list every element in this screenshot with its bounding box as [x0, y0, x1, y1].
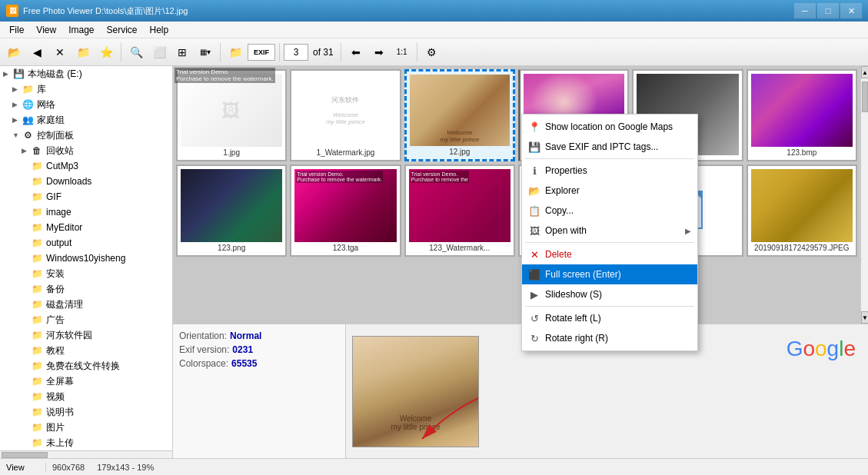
thumb-image: 河东软件 Welcomemy little prince [294, 74, 396, 147]
scroll-down-arrow[interactable]: ▼ [861, 311, 868, 324]
sidebar-item-video[interactable]: 📁 视频 [0, 389, 172, 404]
sidebar-item-cutmp3[interactable]: 📁 CutMp3 [0, 158, 172, 174]
tb-open-button[interactable]: 📂 [3, 42, 25, 63]
sidebar-item-tutorial[interactable]: 📁 教程 [0, 343, 172, 358]
sidebar-item-converter[interactable]: 📁 免费在线文件转换 [0, 358, 172, 374]
sidebar-item-backup[interactable]: 📁 备份 [0, 281, 172, 297]
tb-grid2-button[interactable]: ▦▾ [195, 42, 216, 63]
ctx-open-with[interactable]: 🖼 Open with ▶ [522, 221, 697, 241]
submenu-arrow-icon: ▶ [685, 227, 691, 235]
menu-view[interactable]: View [30, 23, 62, 37]
menu-file[interactable]: File [3, 23, 30, 37]
google-maps-logo: Google [787, 337, 856, 361]
sidebar-item-homegroup[interactable]: ▶ 👥 家庭组 [0, 112, 172, 128]
tb-prev2-button[interactable]: ⬅ [345, 42, 367, 63]
sidebar-label: Windows10yisheng [46, 253, 125, 264]
tb-folder-button[interactable]: 📁 [72, 42, 94, 63]
sidebar-item-pictures[interactable]: 📁 图片 [0, 420, 172, 435]
sidebar-item-downloads[interactable]: 📁 Downloads [0, 174, 172, 189]
sidebar-item-image[interactable]: 📁 image [0, 204, 172, 220]
folder-icon: 📁 [31, 283, 43, 295]
thumb-123bmp[interactable]: Trial version Demo.Purchase to remove th… [747, 69, 857, 161]
sidebar-item-recycle[interactable]: ▶ 🗑 回收站 [0, 143, 172, 158]
folder-icon: 📁 [22, 83, 34, 95]
maximize-button[interactable]: □ [817, 3, 839, 18]
sidebar-item-win10[interactable]: 📁 Windows10yisheng [0, 251, 172, 266]
sidebar-item-fullscreen[interactable]: 📁 全屏幕 [0, 374, 172, 389]
sidebar-arrow: ▶ [12, 85, 22, 93]
tb-fit-button[interactable]: ⬜ [148, 42, 170, 63]
nav-of-label: of 31 [310, 47, 337, 58]
tb-grid-button[interactable]: ⊞ [171, 42, 193, 63]
sidebar-arrow: ▶ [12, 116, 22, 124]
sidebar-item-manual[interactable]: 📁 说明书 [0, 404, 172, 420]
ctx-explorer[interactable]: 📂 Explorer [522, 181, 697, 201]
ctx-save-exif-label: Save EXIF and IPTC tags... [545, 141, 658, 152]
tb-prev-button[interactable]: ◀ [26, 42, 48, 63]
sidebar-scroll[interactable]: ▶ 💾 本地磁盘 (E:) ▶ 📁 库 ▶ 🌐 网络 ▶ 👥 家庭组 ▼ [0, 66, 172, 450]
title-bar-controls: ─ □ ✕ [794, 3, 862, 18]
thumb-123png[interactable]: 123.png [176, 164, 287, 257]
rotate-right-icon: ↻ [528, 332, 540, 344]
ctx-slideshow[interactable]: ▶ Slideshow (S) [522, 284, 697, 304]
menu-help[interactable]: Help [144, 23, 175, 37]
ctx-rotate-left[interactable]: ↺ Rotate left (L) [522, 308, 697, 328]
sidebar-item-ads[interactable]: 📁 广告 [0, 312, 172, 327]
ctx-rotate-right[interactable]: ↻ Rotate right (R) [522, 328, 697, 348]
ctx-rotate-right-label: Rotate right (R) [545, 333, 608, 344]
sidebar-item-controlpanel[interactable]: ▼ ⚙ 控制面板 [0, 128, 172, 143]
main-layout: ▶ 💾 本地磁盘 (E:) ▶ 📁 库 ▶ 🌐 网络 ▶ 👥 家庭组 ▼ [0, 66, 868, 458]
sidebar-item-install[interactable]: 📁 安装 [0, 266, 172, 281]
tb-copy-button[interactable]: 1:1 [391, 42, 413, 63]
scroll-up-arrow[interactable]: ▲ [861, 66, 868, 78]
thumb-image: Trial version Demo.Purchase to remove th… [409, 169, 510, 242]
folder-icon: 📁 [31, 437, 43, 449]
tb-next-button[interactable]: ➡ [368, 42, 390, 63]
ctx-show-location[interactable]: 📍 Show location on Google Maps [522, 117, 697, 137]
minimize-button[interactable]: ─ [794, 3, 816, 18]
thumb-123tga[interactable]: Trial version Demo.Purchase to remove th… [290, 164, 401, 257]
thumb-label: 20190918172429579.JPEG [754, 244, 849, 252]
content-scrollbar[interactable]: ▲ ▼ [860, 66, 868, 324]
thumb-label: 1.jpg [223, 148, 240, 157]
sidebar-label: 免费在线文件转换 [46, 360, 120, 373]
sidebar-item-gif[interactable]: 📁 GIF [0, 189, 172, 204]
ctx-properties-label: Properties [545, 165, 587, 176]
folder-icon: 📁 [31, 360, 43, 372]
menu-service[interactable]: Service [101, 23, 144, 37]
thumb-1watermark[interactable]: 河东软件 Welcomemy little prince 1_Watermark… [290, 69, 401, 161]
scroll-thumb[interactable] [862, 81, 868, 112]
tb-browse-button[interactable]: 📁 [224, 42, 246, 63]
sidebar-label: 家庭组 [37, 114, 65, 127]
close-button[interactable]: ✕ [840, 3, 862, 18]
sidebar-item-notupload[interactable]: 📁 未上传 [0, 435, 172, 450]
sidebar-label: 磁盘清理 [46, 298, 83, 311]
ctx-properties[interactable]: ℹ Properties [522, 161, 697, 181]
sidebar-item-diskcleaner[interactable]: 📁 磁盘清理 [0, 297, 172, 312]
menu-image[interactable]: Image [62, 23, 100, 37]
ctx-fullscreen[interactable]: ⬛ Full screen (Enter) [522, 264, 697, 284]
ctx-copy[interactable]: 📋 Copy... [522, 201, 697, 221]
tb-delete-button[interactable]: ✕ [49, 42, 71, 63]
sidebar-item-output[interactable]: 📁 output [0, 235, 172, 251]
thumbnail-grid[interactable]: 🖼 1.jpg 河东软件 Welcomemy little prince 1_W… [173, 66, 860, 324]
tb-star-button[interactable]: ⭐ [95, 42, 117, 63]
sidebar-label: 河东软件园 [46, 329, 92, 342]
thumb-jpeg[interactable]: 20190918172429579.JPEG [747, 164, 857, 257]
sidebar-item-hedong[interactable]: 📁 河东软件园 [0, 327, 172, 343]
sidebar-item-network[interactable]: ▶ 🌐 网络 [0, 97, 172, 112]
ctx-delete[interactable]: ✕ Delete [522, 244, 697, 264]
folder-icon: 📁 [31, 390, 43, 403]
thumb-12jpg[interactable]: Welcomemy little prince 12.jpg [404, 69, 515, 161]
tb-zoom-out-button[interactable]: 🔍 [125, 42, 147, 63]
sidebar-item-ku[interactable]: ▶ 📁 库 [0, 81, 172, 97]
tb-settings-button[interactable]: ⚙ [421, 42, 443, 63]
ctx-save-exif[interactable]: 💾 Save EXIF and IPTC tags... [522, 137, 697, 157]
context-menu: 📍 Show location on Google Maps 💾 Save EX… [521, 114, 698, 351]
thumb-1jpg[interactable]: 🖼 1.jpg [176, 69, 287, 161]
sidebar-item-local-disk[interactable]: ▶ 💾 本地磁盘 (E:) [0, 66, 172, 81]
sidebar-horizontal-scrollbar[interactable] [0, 450, 172, 458]
sidebar-item-myeditor[interactable]: 📁 MyEditor [0, 220, 172, 235]
nav-page-input[interactable]: 3 [284, 44, 308, 61]
thumb-123watermark[interactable]: Trial version Demo.Purchase to remove th… [404, 164, 515, 257]
